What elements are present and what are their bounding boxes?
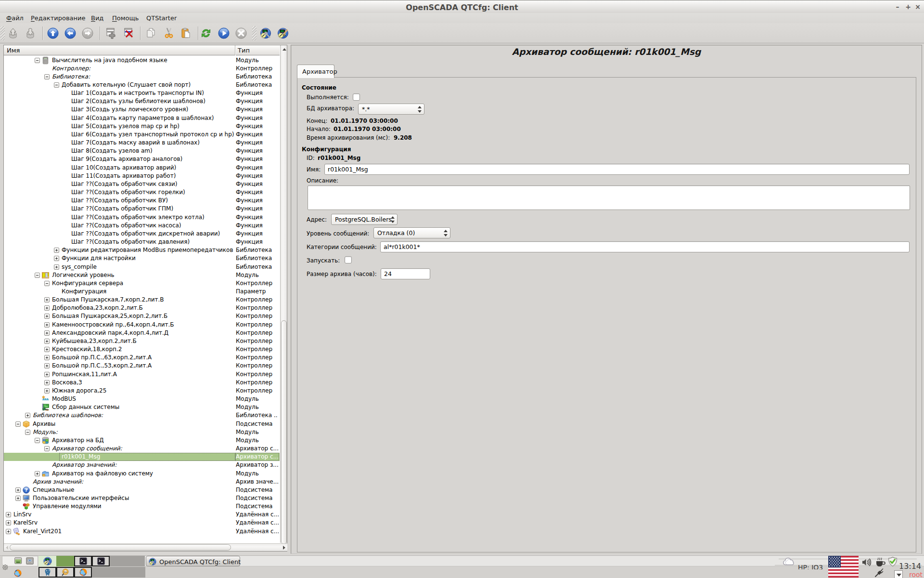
pager-cell-1-4[interactable] bbox=[92, 556, 110, 566]
collapse-toggle-icon[interactable] bbox=[35, 273, 40, 278]
qtstarter-qtcfg-button[interactable] bbox=[260, 27, 272, 40]
tree-row-конфигурация-сервера[interactable]: Конфигурация сервераКонтроллер bbox=[4, 279, 280, 288]
expand-toggle-icon[interactable] bbox=[44, 339, 50, 344]
add-item-button[interactable] bbox=[105, 27, 118, 40]
expand-toggle-icon[interactable] bbox=[15, 496, 21, 501]
tree-row-архиватор-значений-[interactable]: Архиватор значений:Архиватор з... bbox=[4, 461, 280, 470]
stop-button[interactable] bbox=[235, 27, 248, 40]
tree-row-шаг-создать-обработчик-давления-[interactable]: Шаг ??(Создать обработчик давления)Функц… bbox=[4, 238, 280, 247]
tree-row-добавить-котельную-слушает-свой-порт-[interactable]: Добавить котельную (Слушает свой порт)Би… bbox=[4, 81, 280, 90]
message-categories-input[interactable]: al*r01k001* bbox=[380, 241, 910, 252]
scroll-up-arrow-icon[interactable] bbox=[282, 48, 286, 51]
clock[interactable]: 13:14 bbox=[899, 562, 923, 571]
tree-row-пользовательские-интерфейсы[interactable]: Пользовательские интерфейсыПодсистема bbox=[4, 494, 280, 503]
tree-row-шаг-3-создь-узлы-лоического-уровня-[interactable]: Шаг 3(Создь узлы лоического уровня)Функц… bbox=[4, 105, 280, 114]
tree-row-добролюбова-23-корп-2-лит-б[interactable]: Добролюбова,23,корп.2,лит.БКонтроллер bbox=[4, 304, 280, 313]
tree-row-sys-compile[interactable]: sys_compileБиблиотека bbox=[4, 263, 280, 272]
tree-row-архиватор-на-бд[interactable]: Архиватор на БДМодуль bbox=[4, 436, 280, 445]
back-button[interactable] bbox=[64, 27, 77, 40]
archiver-db-combo[interactable]: *.* bbox=[358, 104, 424, 115]
expand-toggle-icon[interactable] bbox=[44, 305, 50, 311]
pager-cell-1-3[interactable] bbox=[74, 556, 92, 566]
expand-toggle-icon[interactable] bbox=[44, 322, 50, 328]
tree-row-шаг-5-создать-узелов-map-ср-и-hp-[interactable]: Шаг 5(Создать узелов map ср и hp)Функция bbox=[4, 122, 280, 131]
pager-cell-1-5[interactable] bbox=[110, 556, 128, 566]
tree-row-большая-пушкарская-25-корп-2-лит-б[interactable]: Большая Пушкарская,25,корп.2,лит.БКонтро… bbox=[4, 312, 280, 321]
plug-connector-icon[interactable] bbox=[874, 567, 885, 578]
tree-row-шаг-создать-обработчик-горелки-[interactable]: Шаг ??(Создать обработчик горелки)Функци… bbox=[4, 188, 280, 197]
tree-row-linsrv[interactable]: LinSrvУдалённая с... bbox=[4, 511, 280, 519]
expand-toggle-icon[interactable] bbox=[44, 355, 50, 360]
tree-hscroll-thumb[interactable] bbox=[10, 544, 231, 551]
us-flag-keyboard-layout-icon[interactable] bbox=[828, 556, 859, 578]
collapse-toggle-icon[interactable] bbox=[44, 281, 50, 286]
tree-horizontal-scrollbar[interactable] bbox=[4, 543, 287, 551]
window-minimize-button[interactable]: – bbox=[892, 0, 903, 13]
tree-row-большая-пушкарская-7-корп-2-лит-в[interactable]: Большая Пушкарская,7,корп.2,лит.ВКонтрол… bbox=[4, 296, 280, 304]
expand-toggle-icon[interactable] bbox=[44, 297, 50, 302]
tree-row-шаг-2-создать-узлы-библиотеки-шаблонов-[interactable]: Шаг 2(Создать узлы библиотеки шаблонов)Ф… bbox=[4, 97, 280, 106]
spinner-arrows-icon[interactable] bbox=[444, 229, 448, 237]
tree-row-конфигурация[interactable]: КонфигурацияПараметр bbox=[4, 288, 280, 296]
expand-toggle-icon[interactable] bbox=[15, 487, 21, 493]
description-textarea[interactable] bbox=[308, 185, 910, 210]
paste-item-button[interactable] bbox=[180, 27, 193, 40]
scroll-left-arrow-icon[interactable] bbox=[6, 546, 8, 550]
expand-toggle-icon[interactable] bbox=[35, 471, 40, 476]
pager-cell-1-2[interactable] bbox=[56, 556, 74, 566]
forward-button[interactable] bbox=[82, 27, 94, 40]
scroll-right-arrow-icon[interactable] bbox=[283, 546, 285, 550]
tree-row-архив-значений-[interactable]: Архив значений:Архив значе... bbox=[4, 478, 280, 486]
tray-dropdown-button[interactable] bbox=[894, 570, 903, 578]
expand-toggle-icon[interactable] bbox=[54, 248, 59, 253]
collapse-toggle-icon[interactable] bbox=[44, 446, 50, 451]
expand-toggle-icon[interactable] bbox=[44, 372, 50, 377]
tree-column-name[interactable]: Имя bbox=[7, 47, 20, 54]
archive-size-input[interactable]: 24 bbox=[381, 268, 430, 279]
tree-row-шаг-8-создать-узелов-am-[interactable]: Шаг 8(Создать узелов am)Функция bbox=[4, 147, 280, 156]
copy-item-button[interactable] bbox=[145, 27, 158, 40]
tree-row-южная-дорога-25[interactable]: Южная дорога,25Контроллер bbox=[4, 387, 280, 395]
screen-lock-icon[interactable] bbox=[26, 557, 34, 565]
pager-cell-2-1[interactable] bbox=[38, 567, 56, 578]
collapse-toggle-icon[interactable] bbox=[35, 438, 40, 443]
window-list-icon[interactable] bbox=[14, 557, 22, 565]
collapse-toggle-icon[interactable] bbox=[54, 82, 59, 88]
tree-row-шаг-11-создать-архиватор-работ-[interactable]: Шаг 11(Создать архиватор работ)Функция bbox=[4, 172, 280, 181]
tree-row-шаг-создать-обработчик-ву-[interactable]: Шаг ??(Создать обработчик ВУ)Функция bbox=[4, 197, 280, 205]
expand-toggle-icon[interactable] bbox=[44, 314, 50, 319]
pager-cell-1-6[interactable] bbox=[128, 556, 145, 566]
menu-редактирование[interactable]: Редактирование bbox=[31, 14, 85, 22]
pager-cell-2-6[interactable] bbox=[128, 567, 145, 578]
tree-row-шаг-создать-обработчик-электро-котла-[interactable]: Шаг ??(Создать обработчик электро котла)… bbox=[4, 213, 280, 222]
tree-row-александровский-парк-4-корп-4-лит-д[interactable]: Александровский парк,4,корп.4,лит.ДКонтр… bbox=[4, 329, 280, 338]
tree-row-вычислитель-на-java-подобном-языке[interactable]: Вычислитель на java подобном языкеМодуль bbox=[4, 56, 280, 65]
load-button[interactable] bbox=[8, 27, 20, 40]
menu-файл[interactable]: Файл bbox=[6, 14, 24, 22]
gear-icon[interactable] bbox=[2, 564, 9, 571]
refresh-button[interactable] bbox=[200, 27, 213, 40]
tab-archiver[interactable]: Архиватор bbox=[297, 65, 334, 78]
tree-row-ропшинская-11-лит-а[interactable]: Ропшинская,11,лит.АКонтроллер bbox=[4, 370, 280, 379]
weather-cloud-icon[interactable] bbox=[782, 558, 794, 566]
expand-toggle-icon[interactable] bbox=[6, 529, 11, 534]
tree-row-большой-пр-п-с-53-корп-2-лит-а[interactable]: Большой пр.П.С.,53,корп.2,лит.АКонтролле… bbox=[4, 362, 280, 370]
tree-row-большой-пр-п-с-63-корп-2-лит-а[interactable]: Большой пр.П.С.,63,корп.2,лит.АКонтролле… bbox=[4, 354, 280, 362]
message-level-combo[interactable]: Отладка (0) bbox=[373, 227, 450, 238]
expand-toggle-icon[interactable] bbox=[6, 520, 11, 525]
window-close-button[interactable]: × bbox=[912, 0, 923, 13]
volume-icon[interactable] bbox=[862, 557, 872, 567]
tree-row-шаг-4-создать-карту-параметров-в-шаблонах-[interactable]: Шаг 4(Создать карту параметров в шаблона… bbox=[4, 114, 280, 123]
tree-row-сбор-данных-системы[interactable]: Сбор данных системыМодуль bbox=[4, 403, 280, 412]
expand-toggle-icon[interactable] bbox=[44, 347, 50, 352]
collapse-toggle-icon[interactable] bbox=[35, 58, 40, 63]
expand-toggle-icon[interactable] bbox=[54, 264, 59, 270]
tree-column-type[interactable]: Тип bbox=[238, 47, 250, 54]
tree-row-шаг-создать-обработчик-гпм-[interactable]: Шаг ??(Создать обработчик ГПМ)Функция bbox=[4, 205, 280, 213]
tree-row-воскова-3[interactable]: Воскова,3Контроллер bbox=[4, 379, 280, 387]
toolbar-handle[interactable] bbox=[252, 26, 257, 40]
spinner-arrows-icon[interactable] bbox=[391, 215, 395, 224]
expand-toggle-icon[interactable] bbox=[54, 256, 59, 261]
menu-вид[interactable]: Вид bbox=[91, 14, 103, 22]
pager-cell-2-4[interactable] bbox=[92, 567, 110, 578]
